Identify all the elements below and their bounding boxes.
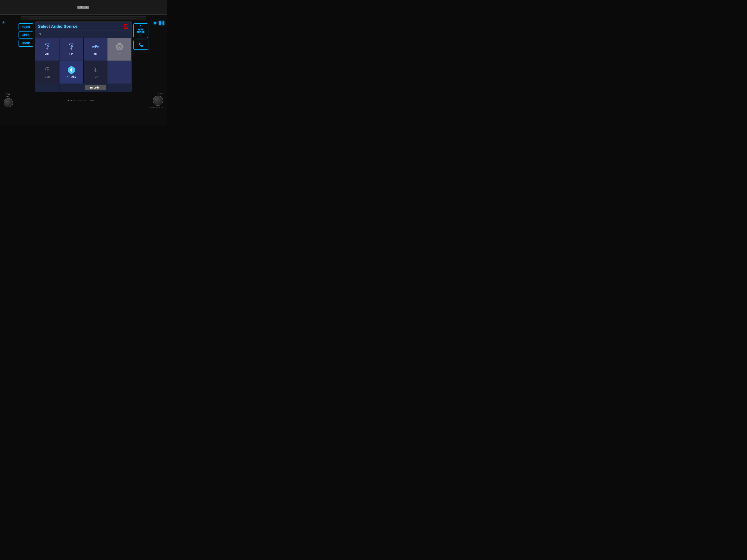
music-note-icon: ♫	[38, 32, 41, 37]
cd-slot	[30, 18, 136, 19]
eject-button[interactable]: ▲	[2, 20, 5, 24]
cd-slot-area	[21, 16, 146, 20]
bt-audio-label: Audio	[69, 75, 76, 78]
middle-row: AUDIO APPS HOME Select Audio Source	[0, 22, 167, 92]
play-pause-button[interactable]: ▶ ❚❚	[154, 20, 165, 25]
cd-source-button[interactable]: CD	[107, 38, 131, 60]
bt-label-row: ✦ Audio	[66, 75, 76, 78]
bt-audio-source-button[interactable]: ✦ Audio	[59, 61, 83, 83]
microsd-label: microSD MAP CARD	[149, 106, 163, 108]
xm-label: XM	[93, 52, 98, 55]
svg-line-5	[47, 45, 49, 47]
svg-point-24	[95, 67, 96, 69]
home-button[interactable]: HOME	[19, 39, 33, 47]
svg-point-20	[119, 46, 120, 47]
gracenote-logo: gracenote	[77, 100, 86, 101]
xm-source-button[interactable]: XM	[83, 38, 107, 60]
bt-symbol: ✦	[66, 75, 68, 78]
fm-tower-icon	[68, 43, 75, 51]
reorder-row: Reorder	[35, 83, 131, 92]
reorder-button[interactable]: Reorder	[85, 85, 106, 90]
phone-button[interactable]	[133, 39, 148, 50]
am-source-button[interactable]: AM	[35, 38, 59, 60]
apps-button[interactable]: APPS	[19, 31, 33, 38]
fm-source-button[interactable]: FM	[59, 38, 83, 60]
usb-source-button[interactable]: USB	[35, 61, 59, 83]
aux-icon	[92, 66, 99, 74]
am-tower-icon	[44, 43, 51, 51]
svg-line-9	[70, 45, 71, 47]
source-grid: AM	[35, 38, 131, 83]
reorder-cell-4	[107, 83, 131, 92]
top-vent: PRIUS	[0, 0, 167, 15]
bluetooth-icon	[68, 66, 75, 74]
aux-source-button[interactable]: AUX	[83, 61, 107, 83]
fm-label: FM	[70, 52, 73, 55]
cd-disc-icon	[116, 43, 123, 51]
display-screen: Select Audio Source ♫	[35, 22, 132, 92]
reorder-cell-3: Reorder	[83, 83, 107, 92]
pwr-vol-area: PWRVOL	[4, 93, 13, 107]
am-label: AM	[45, 52, 49, 55]
seek-label: SEEK	[138, 28, 144, 31]
screen-header: Select Audio Source	[35, 22, 131, 31]
tune-label: TUNE	[158, 93, 163, 95]
xm-satellite-icon	[92, 43, 99, 51]
screen-subheader: ♫	[35, 31, 131, 38]
pwr-vol-label: PWRVOL	[6, 93, 11, 98]
usb-icon	[44, 66, 51, 74]
aux-label: AUX	[93, 75, 98, 78]
empty-cell	[107, 61, 131, 83]
hd-radio-logo: HD Radio	[67, 100, 75, 101]
car-stereo-unit: PRIUS ▲ ▶ ❚❚ AUDIO APPS HOME Select Audi…	[0, 0, 167, 125]
reorder-cell-2	[59, 83, 83, 92]
tune-area: TUNE microSD MAP CARD	[149, 93, 163, 108]
left-nav: AUDIO APPS HOME	[19, 22, 33, 47]
unit-bottom: PWRVOL HD Radio gracenote ((XM)) TUNE mi…	[0, 92, 167, 109]
volume-knob[interactable]	[4, 98, 13, 107]
svg-line-4	[46, 45, 47, 47]
tune-knob[interactable]	[153, 96, 163, 106]
bottom-logos: HD Radio gracenote ((XM))	[67, 100, 96, 101]
xm-logo: ((XM))	[89, 100, 96, 101]
seek-track-button[interactable]: › SEEK TRACK ‹	[133, 23, 148, 38]
cd-label: CD	[118, 53, 121, 56]
no-phone-icon	[123, 24, 129, 29]
right-controls: › SEEK TRACK ‹	[133, 22, 148, 50]
track-label: TRACK	[137, 31, 145, 33]
usb-label: USB	[45, 75, 50, 78]
reorder-cell-1	[35, 83, 59, 92]
seek-next-icon: ›	[140, 24, 141, 28]
main-unit: ▲ ▶ ❚❚ AUDIO APPS HOME Select Audio Sour…	[0, 15, 167, 125]
svg-rect-2	[125, 28, 126, 28]
svg-rect-22	[45, 67, 47, 68]
brand-badge: PRIUS	[77, 6, 89, 9]
audio-button[interactable]: AUDIO	[19, 23, 33, 30]
svg-rect-14	[92, 46, 94, 47]
seek-prev-icon: ‹	[140, 33, 141, 38]
svg-line-10	[71, 45, 73, 47]
svg-rect-15	[97, 46, 99, 47]
screen-title: Select Audio Source	[38, 24, 77, 29]
